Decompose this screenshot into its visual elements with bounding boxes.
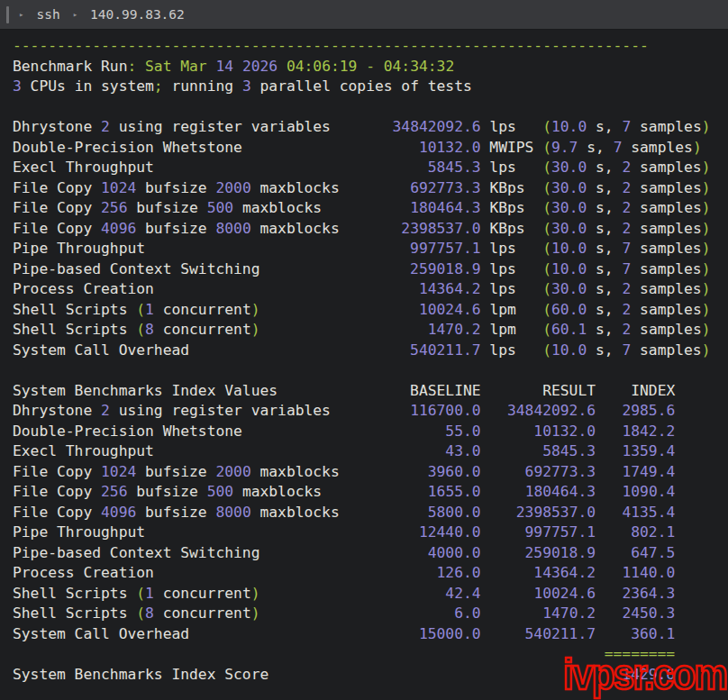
- terminal-text-segment: 10.0: [551, 240, 587, 257]
- terminal-text-segment: :: [127, 58, 145, 75]
- terminal-text-segment: 1749.4: [605, 463, 675, 480]
- tab-program-label: ssh: [36, 7, 59, 22]
- terminal-text-segment: 2985.6: [605, 402, 675, 419]
- terminal-text-segment: [481, 199, 490, 216]
- terminal-text-segment: BASELINE: [375, 382, 481, 399]
- terminal-line: Pipe Throughput 12440.0 997757.1 802.1: [13, 523, 728, 543]
- terminal-text-segment: [533, 159, 542, 176]
- terminal-text-segment: 2: [622, 159, 631, 176]
- terminal-text-segment: File Copy: [13, 504, 101, 521]
- terminal-text-segment: maxblocks: [233, 483, 366, 500]
- terminal-text-segment: 8: [145, 321, 154, 338]
- terminal-line: Shell Scripts (8 concurrent) 1470.2 lpm …: [13, 320, 728, 341]
- terminal-text-segment: lpm: [489, 321, 533, 338]
- terminal-line: Shell Scripts (1 concurrent) 42.4 10024.…: [13, 584, 728, 605]
- terminal-text-segment: maxblocks: [251, 220, 366, 237]
- terminal-text-segment: 6.0: [375, 605, 481, 622]
- terminal-text-segment: 1470.2: [375, 321, 481, 338]
- terminal-text-segment: [481, 382, 490, 399]
- terminal-text-segment: ): [693, 139, 702, 156]
- terminal-text-segment: File Copy: [13, 220, 101, 237]
- terminal-text-segment: samples: [622, 139, 692, 156]
- terminal-text-segment: 10.0: [551, 260, 587, 277]
- terminal-text-segment: 2398537.0: [375, 220, 481, 237]
- terminal-text-segment: [481, 585, 490, 602]
- terminal-text-segment: bufsize: [136, 179, 215, 196]
- terminal-text-segment: [481, 402, 490, 419]
- terminal-text-segment: [533, 260, 542, 277]
- terminal-text-segment: Pipe-based Context Switching: [13, 544, 366, 561]
- terminal-text-segment: (: [542, 240, 551, 257]
- terminal-line: System Call Overhead 15000.0 540211.7 36…: [13, 624, 728, 645]
- terminal-text-segment: [366, 240, 375, 257]
- terminal-text-segment: ): [702, 301, 711, 318]
- terminal-tab[interactable]: ▸ ssh ▸ 140.99.83.62: [0, 7, 185, 22]
- terminal-text-segment: s,: [587, 301, 622, 318]
- terminal-text-segment: File Copy: [13, 463, 101, 480]
- terminal-text-segment: 1: [145, 301, 154, 318]
- terminal-text-segment: 692773.3: [375, 179, 481, 196]
- terminal-text-segment: using register variables: [110, 402, 366, 419]
- terminal-text-segment: [533, 139, 542, 156]
- terminal-text-segment: parallel copies of tests: [251, 77, 472, 95]
- terminal-text-segment: 04:06:19 - 04:34:32: [287, 58, 454, 75]
- terminal-text-segment: 116700.0: [375, 402, 481, 419]
- terminal-text-segment: [366, 483, 375, 500]
- terminal-text-segment: 997757.1: [375, 240, 481, 257]
- terminal-text-segment: [481, 139, 490, 156]
- terminal-text-segment: File Copy: [13, 483, 101, 500]
- terminal-line: Pipe-based Context Switching 259018.9 lp…: [13, 259, 728, 280]
- terminal-text-segment: ----------------------------------------…: [13, 37, 649, 54]
- tab-bar: ▸ ssh ▸ 140.99.83.62: [0, 0, 728, 30]
- terminal-text-segment: 8: [145, 605, 154, 622]
- terminal-text-segment: (: [136, 585, 145, 602]
- terminal-text-segment: bufsize: [127, 199, 206, 216]
- terminal-text-segment: 7: [622, 341, 631, 359]
- terminal-text-segment: 12440.0: [375, 523, 481, 541]
- terminal-text-segment: [366, 260, 375, 277]
- terminal-text-segment: ): [251, 321, 260, 338]
- terminal-text-segment: s,: [587, 179, 622, 196]
- terminal-text-segment: (: [542, 220, 551, 237]
- terminal-text-segment: 60.1: [551, 321, 587, 338]
- terminal-text-segment: MWIPS: [489, 139, 533, 156]
- terminal-text-segment: ): [702, 159, 711, 176]
- terminal-text-segment: 1359.4: [605, 442, 675, 459]
- terminal-text-segment: 126.0: [375, 564, 481, 581]
- terminal-line: Dhrystone 2 using register variables 348…: [13, 117, 728, 138]
- terminal-text-segment: 10024.6: [489, 585, 596, 602]
- terminal-text-segment: File Copy: [13, 179, 101, 196]
- terminal-text-segment: lps: [489, 118, 533, 135]
- terminal-text-segment: [596, 463, 605, 480]
- terminal-text-segment: [260, 585, 367, 602]
- terminal-text-segment: s,: [578, 139, 613, 156]
- terminal-line: Benchmark Run: Sat Mar 14 2026 04:06:19 …: [13, 57, 728, 77]
- terminal-text-segment: [366, 280, 375, 297]
- terminal-text-segment: Process Creation: [13, 280, 366, 297]
- terminal-text-segment: bufsize: [136, 504, 215, 521]
- terminal-text-segment: 30.0: [551, 199, 587, 216]
- terminal-text-segment: [533, 280, 542, 297]
- terminal-text-segment: Shell Scripts: [13, 301, 136, 318]
- terminal-text-segment: s,: [587, 220, 622, 237]
- terminal-text-segment: ): [702, 220, 711, 237]
- terminal-text-segment: [481, 240, 490, 257]
- terminal-text-segment: File Copy: [13, 199, 101, 216]
- terminal-text-segment: lps: [489, 260, 533, 277]
- terminal-line: Execl Throughput 43.0 5845.3 1359.4: [13, 441, 728, 462]
- terminal-text-segment: maxblocks: [251, 463, 366, 480]
- terminal-text-segment: [533, 301, 542, 318]
- terminal-text-segment: [481, 564, 490, 581]
- terminal-text-segment: (: [542, 341, 551, 359]
- terminal-text-segment: [596, 605, 605, 622]
- terminal-text-segment: 2: [622, 280, 631, 297]
- terminal-text-segment: 2026: [242, 58, 278, 75]
- terminal-text-segment: [481, 260, 490, 277]
- chevron-right-icon: ▸: [19, 11, 23, 19]
- terminal-text-segment: 2: [622, 321, 631, 338]
- terminal-text-segment: 9.7: [551, 139, 578, 156]
- terminal-text-segment: 42.4: [375, 585, 481, 602]
- terminal-text-segment: Benchmark Run: [13, 58, 127, 75]
- terminal-text-segment: Shell Scripts: [13, 321, 136, 338]
- terminal-text-segment: KBps: [489, 179, 533, 196]
